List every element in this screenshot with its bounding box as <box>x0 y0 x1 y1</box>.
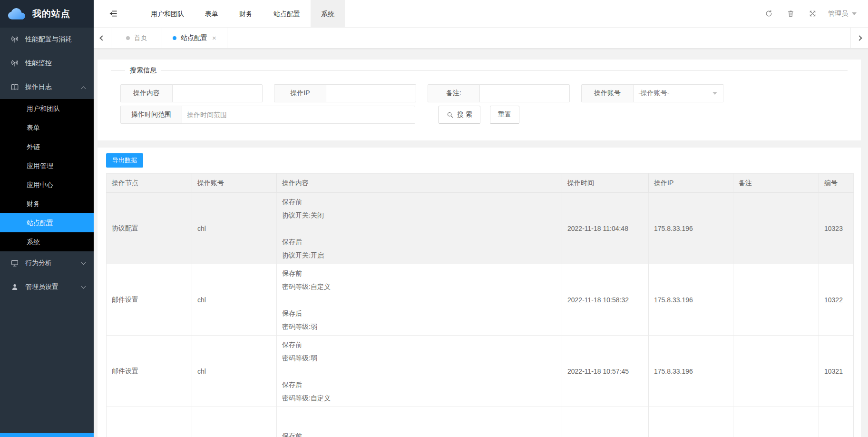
cell-node: 邮件设置 <box>107 264 192 336</box>
sidebar-item-label: 管理员设置 <box>25 283 82 291</box>
cell-node: 邮件设置 <box>107 407 192 437</box>
sidebar-item-label: 性能监控 <box>25 59 85 68</box>
table-row: 协议配置 chl 保存前 协议开关:关闭 保存后 协议开关:开启 2022-11… <box>107 193 854 264</box>
top-tab-users-teams[interactable]: 用户和团队 <box>140 0 195 28</box>
column-header: 操作节点 <box>107 174 192 193</box>
field-operation-account: 操作账号 -操作账号- <box>581 84 723 102</box>
cell-id: 10321 <box>819 336 854 407</box>
user-name: 管理员 <box>828 10 848 18</box>
tab-scroll-left-button[interactable] <box>94 28 111 48</box>
app-title: 我的站点 <box>32 8 70 20</box>
signal-icon <box>10 59 19 68</box>
logo[interactable]: 我的站点 <box>0 0 94 28</box>
reset-button[interactable]: 重置 <box>490 106 519 124</box>
trash-icon[interactable] <box>780 0 801 28</box>
cell-account: chl <box>192 336 277 407</box>
search-legend: 搜索信息 <box>125 66 161 75</box>
search-button-label: 搜 索 <box>457 110 472 119</box>
content-line <box>282 222 556 235</box>
app-root: 我的站点 性能配置与消耗 性能监控 <box>0 0 868 437</box>
field-label: 操作时间范围 <box>120 106 182 124</box>
top-tab-site-config[interactable]: 站点配置 <box>263 0 311 28</box>
sidebar-item-behavior-analysis[interactable]: 行为分析 <box>0 251 94 275</box>
user-menu[interactable]: 管理员 <box>828 10 857 18</box>
submenu-item-finance[interactable]: 财务 <box>0 194 94 213</box>
cell-account: chl <box>192 264 277 336</box>
tabbar-spacer <box>227 28 850 48</box>
content-line: 保存前 <box>282 338 556 351</box>
search-row-1: 操作内容 操作IP 备注: 操作账号 <box>120 84 848 102</box>
signal-icon <box>10 35 19 44</box>
submenu-item-app-management[interactable]: 应用管理 <box>0 156 94 175</box>
cell-id: 10322 <box>819 264 854 336</box>
top-tab-finance[interactable]: 财务 <box>229 0 263 28</box>
time-range-input[interactable] <box>182 106 415 124</box>
submenu-item-system[interactable]: 系统 <box>0 232 94 251</box>
cloud-icon <box>7 7 28 21</box>
content-line: 密码等级:自定义 <box>282 391 556 405</box>
main-area: 用户和团队 表单 财务 站点配置 系统 <box>94 0 868 437</box>
sidebar-item-performance-config[interactable]: 性能配置与消耗 <box>0 28 94 51</box>
content-line: 保存前 <box>282 267 556 280</box>
table-row: 邮件设置 chl 保存前 密码等级:自定义 保存后 密码等级:弱 2022-11… <box>107 264 854 336</box>
search-button[interactable]: 搜 索 <box>439 106 480 124</box>
sidebar-item-operation-log[interactable]: 操作日志 <box>0 75 94 99</box>
submenu-item-site-config[interactable]: 站点配置 <box>0 213 94 232</box>
account-select-value: -操作账号- <box>638 89 669 98</box>
cell-account: chl <box>192 407 277 437</box>
tab-scroll-right-button[interactable] <box>850 28 868 48</box>
top-header: 用户和团队 表单 财务 站点配置 系统 <box>94 0 868 28</box>
page-tab-site-config[interactable]: 站点配置 × <box>162 28 227 48</box>
field-label: 操作IP <box>274 84 326 102</box>
sidebar-item-admin-settings[interactable]: 管理员设置 <box>0 275 94 299</box>
fullscreen-icon[interactable] <box>801 0 823 28</box>
top-tab-system[interactable]: 系统 <box>311 0 345 28</box>
page-tab-bar: 首页 站点配置 × <box>94 28 868 49</box>
sidebar-item-performance-monitor[interactable]: 性能监控 <box>0 51 94 75</box>
field-label: 操作账号 <box>581 84 634 102</box>
monitor-icon <box>10 259 19 268</box>
content-line: 保存前 <box>282 195 556 209</box>
operation-content-input[interactable] <box>172 84 263 102</box>
top-tab-forms[interactable]: 表单 <box>195 0 229 28</box>
page-tab-home[interactable]: 首页 <box>111 28 162 48</box>
chevron-up-icon <box>81 86 86 91</box>
cell-ip: 175.8.33.196 <box>649 193 733 264</box>
submenu-item-app-center[interactable]: 应用中心 <box>0 175 94 194</box>
cell-content: 保存前 密码等级:弱 保存后 密码等级:自定义 <box>277 336 562 407</box>
cell-remark <box>733 407 819 437</box>
search-icon <box>447 111 454 119</box>
field-time-range: 操作时间范围 <box>120 106 415 124</box>
chevron-left-icon <box>99 35 105 40</box>
account-select[interactable]: -操作账号- <box>633 84 723 102</box>
table-row: 邮件设置 chl 保存前 密码等级:弱 保存后 密码等级:自定义 2022-11… <box>107 336 854 407</box>
column-header: 操作时间 <box>562 174 649 193</box>
sidebar: 我的站点 性能配置与消耗 性能监控 <box>0 0 94 437</box>
page-tab-label: 站点配置 <box>181 34 207 42</box>
operation-log-table: 操作节点 操作账号 操作内容 操作时间 操作IP 备注 编号 协议配置 chl <box>106 173 854 437</box>
field-label: 操作内容 <box>120 84 173 102</box>
sidebar-item-label: 操作日志 <box>25 83 82 91</box>
collapse-sidebar-icon[interactable] <box>99 0 127 28</box>
tab-dot-icon <box>126 36 130 40</box>
field-operation-content: 操作内容 <box>120 84 263 102</box>
operation-ip-input[interactable] <box>326 84 416 102</box>
sidebar-item-label: 行为分析 <box>25 259 82 268</box>
caret-down-icon <box>852 12 857 15</box>
submenu-item-users-teams[interactable]: 用户和团队 <box>0 99 94 118</box>
operation-log-submenu: 用户和团队 表单 外链 应用管理 应用中心 财务 站点配置 系统 <box>0 99 94 251</box>
remark-input[interactable] <box>479 84 570 102</box>
content-line: 密码等级:弱 <box>282 351 556 365</box>
submenu-item-forms[interactable]: 表单 <box>0 118 94 137</box>
cell-remark <box>733 336 819 407</box>
content-line: 密码等级:弱 <box>282 320 556 333</box>
table-row: 邮件设置 chl 保存前 密码等级:自定义 2022-11-17 18:21:4… <box>107 407 854 437</box>
refresh-icon[interactable] <box>758 0 780 28</box>
export-data-button[interactable]: 导出数据 <box>106 153 143 168</box>
cell-ip: 175.8.33.196 <box>649 264 733 336</box>
submenu-item-external-links[interactable]: 外链 <box>0 137 94 156</box>
top-nav-tabs: 用户和团队 表单 财务 站点配置 系统 <box>140 0 345 28</box>
column-header: 备注 <box>733 174 819 193</box>
close-icon[interactable]: × <box>212 34 216 41</box>
search-panel: 搜索信息 操作内容 操作IP 备注: <box>98 60 861 140</box>
